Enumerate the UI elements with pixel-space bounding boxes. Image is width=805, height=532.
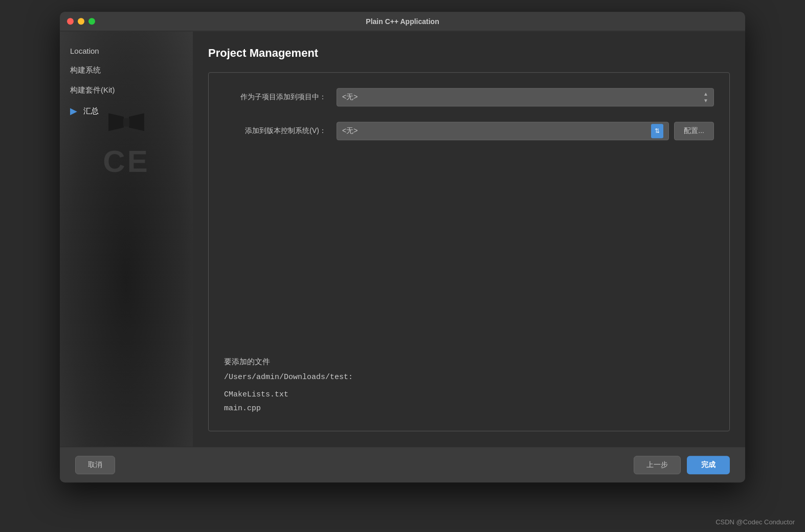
spacer xyxy=(224,156,714,331)
bottom-bar: 取消 上一步 完成 xyxy=(60,447,745,482)
main-window: Plain C++ Application CE Location 构建系统 xyxy=(60,12,745,482)
minimize-button[interactable] xyxy=(78,18,84,25)
close-button[interactable] xyxy=(67,18,74,25)
ce-text: CE xyxy=(103,144,149,179)
file-item-cmakelists: CMakeLists.txt xyxy=(224,388,714,402)
files-section: 要添加的文件 /Users/admin/Downloads/test: CMak… xyxy=(224,347,714,415)
window-title: Plain C++ Application xyxy=(366,17,439,26)
vcs-row: 添加到版本控制系统(V)： <无> ⇅ 配置... xyxy=(224,122,714,140)
subproject-row: 作为子项目添加到项目中： <无> ▲ ▼ xyxy=(224,88,714,106)
vcs-combo-wrapper: <无> ⇅ 配置... xyxy=(337,122,714,140)
sidebar-item-location[interactable]: Location xyxy=(60,41,193,60)
vcs-dropdown[interactable]: <无> ⇅ xyxy=(337,122,669,140)
maximize-button[interactable] xyxy=(88,18,95,25)
files-list: CMakeLists.txt main.cpp xyxy=(224,388,714,415)
content-panel: Project Management 作为子项目添加到项目中： <无> ▲ ▼ xyxy=(193,31,745,447)
titlebar: Plain C++ Application xyxy=(60,12,745,31)
sidebar-nav: Location 构建系统 构建套件(Kit) ▶ 汇总 xyxy=(60,31,193,122)
sidebar-item-build-kit[interactable]: 构建套件(Kit) xyxy=(60,80,193,100)
combo-arrow-icon: ⇅ xyxy=(651,124,663,138)
config-button[interactable]: 配置... xyxy=(674,122,714,140)
finish-button[interactable]: 完成 xyxy=(687,456,730,474)
sidebar: CE Location 构建系统 构建套件(Kit) ▶ 汇 xyxy=(60,31,193,447)
vcs-value: <无> xyxy=(342,126,357,136)
files-path: /Users/admin/Downloads/test: xyxy=(224,373,714,382)
subproject-value: <无> xyxy=(342,93,357,102)
panel-box: 作为子项目添加到项目中： <无> ▲ ▼ 添加到版本控制系统(V)： < xyxy=(208,72,730,431)
panel-title: Project Management xyxy=(208,47,730,60)
bottom-right-buttons: 上一步 完成 xyxy=(634,456,730,474)
sidebar-item-build-system[interactable]: 构建系统 xyxy=(60,60,193,80)
spinbox-arrows-icon: ▲ ▼ xyxy=(703,91,708,103)
sidebar-item-summary[interactable]: ▶ 汇总 xyxy=(60,100,193,122)
watermark: CSDN @Codec Conductor xyxy=(715,518,795,526)
files-header: 要添加的文件 xyxy=(224,357,714,367)
main-area: CE Location 构建系统 构建套件(Kit) ▶ 汇 xyxy=(60,31,745,447)
window-controls xyxy=(67,18,95,25)
vcs-label: 添加到版本控制系统(V)： xyxy=(224,126,326,136)
prev-button[interactable]: 上一步 xyxy=(634,456,681,474)
cancel-button[interactable]: 取消 xyxy=(75,456,115,474)
subproject-dropdown[interactable]: <无> ▲ ▼ xyxy=(337,88,714,106)
file-item-maincpp: main.cpp xyxy=(224,402,714,415)
active-arrow-icon: ▶ xyxy=(70,105,77,117)
subproject-label: 作为子项目添加到项目中： xyxy=(224,93,326,102)
